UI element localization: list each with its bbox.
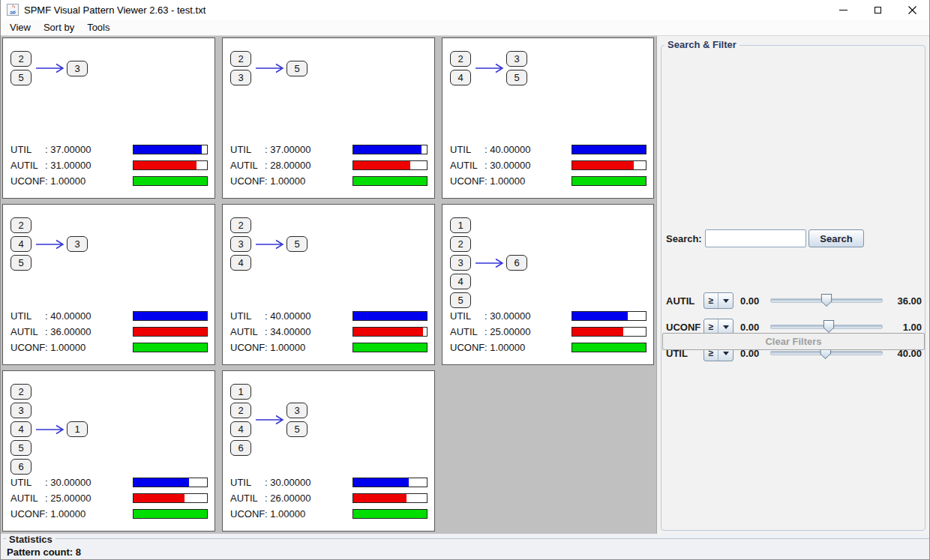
stat-bar-fill	[572, 343, 646, 352]
stat-label: AUTIL	[230, 160, 265, 171]
arrow-icon	[256, 415, 286, 425]
stat-row: UCONF : 1.00000	[230, 173, 428, 189]
pattern-item-node: 4	[450, 274, 471, 289]
combo-arrow-button[interactable]	[718, 319, 733, 334]
minimize-icon	[839, 10, 848, 10]
pattern-graph: 23 5	[230, 51, 308, 85]
pattern-item-node: 2	[10, 384, 32, 400]
stat-bar	[352, 509, 428, 519]
stat-value: : 30.00000	[484, 310, 530, 322]
stat-bar	[352, 176, 428, 186]
itemset-right: 35	[506, 51, 527, 85]
stat-bar-fill	[353, 328, 423, 336]
stat-bar	[133, 311, 208, 321]
pattern-item-node: 3	[506, 51, 527, 67]
window-title: SPMF Visual Pattern Viewer 2.63 - test.t…	[24, 4, 206, 16]
stat-value: : 37.00000	[45, 144, 91, 155]
slider-thumb[interactable]	[821, 294, 832, 307]
stat-bar	[133, 176, 208, 186]
stat-label: UTIL	[10, 477, 45, 488]
stat-value: : 25.00000	[484, 326, 530, 337]
search-button[interactable]: Search	[808, 229, 864, 247]
pattern-item-node: 4	[10, 236, 32, 252]
stat-bar	[133, 509, 208, 519]
itemset-left: 12345	[450, 217, 471, 308]
stat-row: AUTIL : 26.00000	[230, 490, 428, 506]
filter-slider[interactable]	[770, 293, 883, 308]
stat-label: UCONF	[230, 508, 265, 520]
stat-value: : 1.00000	[265, 508, 305, 520]
arrow-icon	[36, 63, 66, 73]
itemset-left: 1246	[230, 384, 251, 456]
stat-label: UCONF	[10, 508, 45, 520]
stat-label: AUTIL	[450, 326, 484, 337]
maximize-button[interactable]	[860, 0, 895, 19]
pattern-item-node: 4	[230, 255, 251, 271]
stat-label: UTIL	[230, 477, 265, 488]
itemset-left: 245	[10, 217, 32, 271]
pattern-item-node: 1	[230, 384, 251, 400]
pattern-item-node: 2	[10, 51, 32, 67]
statistics-divider	[3, 538, 929, 539]
chevron-down-icon	[723, 325, 729, 329]
stat-row: AUTIL : 36.00000	[10, 324, 208, 340]
pattern-item-node: 6	[506, 255, 527, 271]
pattern-card[interactable]: 24 35 UTIL : 40.00000 AUTIL : 30.00000 U…	[442, 37, 654, 199]
pattern-card[interactable]: 23 5 UTIL : 37.00000 AUTIL : 28.00000 UC…	[222, 37, 435, 199]
stat-label: UCONF	[10, 175, 45, 187]
pattern-graph: 1246 35	[230, 384, 308, 456]
slider-thumb[interactable]	[824, 320, 835, 333]
menu-item-sort-by[interactable]: Sort by	[38, 20, 80, 34]
itemset-left: 23456	[10, 384, 32, 475]
stat-label: UTIL	[450, 144, 484, 155]
stat-row: UTIL : 40.00000	[230, 308, 428, 324]
slider-thumb-face	[824, 321, 834, 332]
stat-value: : 30.00000	[484, 160, 530, 171]
menu-item-tools[interactable]: Tools	[81, 20, 116, 34]
minimize-button[interactable]	[826, 0, 860, 19]
pattern-card[interactable]: 23456 1 UTIL : 30.00000 AUTIL : 25.00000…	[2, 370, 215, 532]
pattern-item-node: 2	[230, 217, 251, 233]
pattern-item-node: 5	[10, 255, 32, 271]
stat-row: AUTIL : 25.00000	[10, 490, 208, 506]
stat-value: : 31.00000	[45, 160, 91, 171]
filter-label: UCONF	[666, 322, 704, 333]
filter-slider[interactable]	[770, 319, 883, 334]
pattern-item-node: 5	[506, 70, 527, 85]
stat-bar-fill	[353, 161, 410, 169]
stat-value: : 25.00000	[45, 493, 91, 504]
stat-label: UCONF	[10, 342, 45, 353]
stat-label: UTIL	[10, 310, 45, 322]
itemset-right: 1	[67, 421, 88, 437]
stat-bar-fill	[572, 328, 623, 336]
pattern-item-node: 3	[10, 403, 32, 418]
stat-bar	[133, 145, 208, 154]
pattern-item-node: 2	[230, 403, 251, 418]
arrow-icon	[36, 424, 66, 435]
stat-label: UCONF	[230, 175, 265, 187]
search-filter-panel: Search & Filter Search: Search AUTIL ≥ 0…	[657, 36, 929, 534]
close-button[interactable]	[895, 0, 929, 19]
pattern-card[interactable]: 12345 6 UTIL : 30.00000 AUTIL : 25.00000…	[442, 204, 654, 365]
menu-item-view[interactable]: View	[4, 20, 37, 34]
clear-filters-button[interactable]: Clear Filters	[662, 333, 925, 350]
itemset-left: 25	[10, 51, 32, 85]
combo-arrow-button[interactable]	[718, 293, 733, 308]
pattern-item-node: 3	[286, 403, 308, 418]
stat-bar	[133, 160, 208, 170]
stat-value: : 1.00000	[484, 342, 525, 353]
pattern-card[interactable]: 245 3 UTIL : 40.00000 AUTIL : 36.00000 U…	[2, 204, 215, 365]
pattern-card[interactable]: 234 5 UTIL : 40.00000 AUTIL : 34.00000 U…	[222, 204, 435, 365]
statistics-title: Statistics	[6, 534, 56, 545]
pattern-item-node: 2	[10, 217, 32, 233]
filter-operator-value: ≥	[704, 319, 718, 334]
pattern-stats: UTIL : 37.00000 AUTIL : 28.00000 UCONF :…	[230, 142, 428, 189]
pattern-card[interactable]: 25 3 UTIL : 37.00000 AUTIL : 31.00000 UC…	[2, 37, 215, 199]
stat-bar	[133, 493, 208, 503]
patterns-area: 25 3 UTIL : 37.00000 AUTIL : 31.00000 UC…	[1, 36, 657, 534]
pattern-graph: 23456 1	[10, 384, 88, 475]
stat-value: : 1.00000	[45, 508, 86, 520]
filter-operator-combo[interactable]: ≥	[704, 292, 734, 309]
pattern-card[interactable]: 1246 35 UTIL : 30.00000 AUTIL : 26.00000…	[222, 370, 435, 532]
search-input[interactable]	[705, 229, 806, 247]
